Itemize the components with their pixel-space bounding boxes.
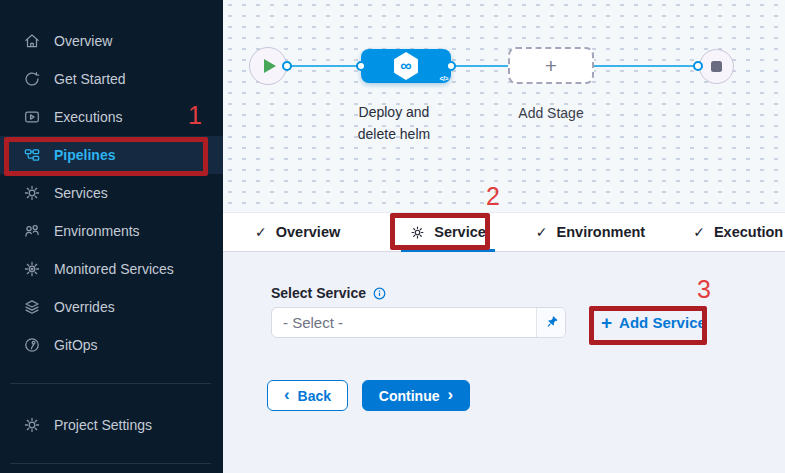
sidebar-item-gitops[interactable]: GitOps: [0, 326, 223, 364]
tab-environment[interactable]: ✓ Environment: [531, 213, 650, 251]
pipeline-studio-window: Overview Get Started Executions Pipeline…: [0, 0, 785, 473]
pin-icon: [544, 315, 559, 330]
sidebar: Overview Get Started Executions Pipeline…: [0, 0, 223, 473]
add-service-label: Add Service: [619, 314, 706, 331]
sidebar-item-label: Get Started: [54, 71, 126, 87]
sidebar-item-pipelines[interactable]: Pipelines: [0, 136, 223, 174]
tab-label: Overview: [276, 224, 341, 240]
play-icon: [264, 59, 276, 73]
continue-button[interactable]: Continue ›: [362, 380, 470, 411]
sidebar-item-overrides[interactable]: Overrides: [0, 288, 223, 326]
service-select-dropdown[interactable]: - Select -: [271, 307, 566, 338]
select-service-label: Select Service: [271, 285, 366, 301]
sidebar-item-label: Project Settings: [54, 417, 152, 433]
tab-label: Execution: [714, 224, 783, 240]
home-icon: [23, 32, 41, 50]
pipeline-connector-line: [287, 65, 699, 67]
check-icon: ✓: [693, 224, 705, 240]
chevron-left-icon: ‹: [284, 386, 290, 403]
sidebar-item-executions[interactable]: Executions: [0, 98, 223, 136]
pin-button[interactable]: [536, 308, 565, 337]
gear-icon: [410, 225, 425, 240]
check-icon: ✓: [255, 224, 267, 240]
pipeline-end-node: [699, 49, 734, 84]
add-stage-label: Add Stage: [506, 105, 596, 121]
tab-service[interactable]: Service: [405, 213, 491, 251]
sidebar-item-label: Monitored Services: [54, 261, 174, 277]
sidebar-item-label: Services: [54, 185, 108, 201]
layers-icon: [23, 298, 41, 316]
connector-dot: [446, 61, 456, 71]
services-icon: [23, 184, 41, 202]
service-select-placeholder: - Select -: [272, 308, 536, 337]
environments-icon: [23, 222, 41, 240]
stop-icon: [711, 61, 722, 72]
sidebar-item-label: Pipelines: [54, 147, 115, 163]
sidebar-item-project-settings[interactable]: Project Settings: [0, 406, 223, 444]
pipelines-icon: [23, 146, 41, 164]
stage-label: Deploy and delete helm: [348, 102, 440, 145]
footer-buttons: ‹ Back Continue ›: [267, 380, 470, 411]
connector-dot: [356, 61, 366, 71]
chevron-right-icon: ›: [447, 386, 453, 403]
sidebar-item-monitored-services[interactable]: Monitored Services: [0, 250, 223, 288]
sidebar-item-label: GitOps: [54, 337, 98, 353]
sidebar-item-get-started[interactable]: Get Started: [0, 60, 223, 98]
select-service-label-row: Select Service: [271, 285, 386, 301]
tab-label: Environment: [557, 224, 646, 240]
connector-dot: [693, 61, 703, 71]
sidebar-item-label: Executions: [54, 109, 122, 125]
back-button-label: Back: [298, 388, 331, 404]
add-stage-button[interactable]: +: [508, 47, 594, 84]
executions-icon: [23, 108, 41, 126]
add-service-link[interactable]: + Add Service: [601, 307, 706, 338]
code-icon: </>: [439, 75, 448, 82]
tab-label: Service: [434, 224, 486, 240]
sidebar-item-overview[interactable]: Overview: [0, 22, 223, 60]
sidebar-divider: [10, 463, 211, 464]
stage-config-tabbar: ✓ Overview Service ✓ Environment ✓ Execu…: [223, 212, 785, 252]
stage-node-deploy[interactable]: ∞ </>: [361, 49, 451, 83]
plus-icon: +: [545, 55, 557, 76]
connector-dot: [282, 61, 292, 71]
pipeline-canvas[interactable]: ∞ </> Deploy and delete helm + Add Stage: [223, 0, 785, 212]
service-tab-panel: Select Service - Select - + Add Service …: [223, 252, 785, 473]
check-icon: ✓: [536, 224, 548, 240]
infinity-icon: ∞: [400, 57, 411, 75]
info-icon[interactable]: [373, 287, 386, 300]
sidebar-item-label: Overrides: [54, 299, 115, 315]
gear-icon: [23, 416, 41, 434]
get-started-icon: [23, 70, 41, 88]
sidebar-item-label: Environments: [54, 223, 140, 239]
sidebar-item-environments[interactable]: Environments: [0, 212, 223, 250]
sidebar-item-services[interactable]: Services: [0, 174, 223, 212]
sidebar-divider: [10, 383, 211, 384]
sidebar-item-label: Overview: [54, 33, 112, 49]
tab-execution[interactable]: ✓ Execution: [688, 213, 785, 251]
gitops-icon: [23, 336, 41, 354]
monitored-services-icon: [23, 260, 41, 278]
tab-overview[interactable]: ✓ Overview: [250, 213, 345, 251]
cd-stage-hexagon-icon: ∞: [393, 52, 419, 80]
main-content: ∞ </> Deploy and delete helm + Add Stage…: [223, 0, 785, 473]
continue-button-label: Continue: [379, 388, 440, 404]
back-button[interactable]: ‹ Back: [267, 380, 348, 411]
plus-icon: +: [601, 313, 612, 332]
